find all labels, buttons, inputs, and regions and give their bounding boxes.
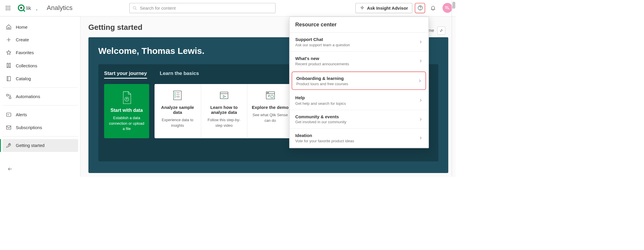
alert-icon: [6, 112, 12, 117]
resource-item-onboarding[interactable]: Onboarding & learning Product tours and …: [292, 72, 426, 90]
mail-icon: [6, 124, 12, 130]
resource-item-community[interactable]: Community & events Get involved in our c…: [290, 110, 429, 129]
star-icon: [6, 50, 12, 56]
svg-rect-5: [10, 8, 11, 8]
card-title: Start with data: [108, 108, 145, 113]
app-launcher-button[interactable]: [4, 3, 13, 13]
resource-item-support-chat[interactable]: Support Chat Ask our support team a ques…: [290, 33, 429, 52]
svg-rect-6: [6, 9, 7, 10]
home-icon: [6, 24, 12, 30]
resource-item-subtitle: Get help and search for topics: [295, 101, 346, 105]
svg-rect-23: [9, 97, 11, 99]
qlik-logo: lik Analytics: [17, 4, 72, 12]
journey-tabs: Start your journey Learn the basics: [104, 71, 293, 79]
card-title: Learn how to analyze data: [205, 105, 243, 115]
svg-point-41: [267, 93, 267, 93]
card-start-with-data[interactable]: Start with data Establish a data connect…: [104, 84, 149, 138]
sidebar-item-automations[interactable]: Automations: [2, 90, 78, 103]
svg-rect-33: [175, 95, 176, 95]
svg-rect-3: [6, 8, 7, 8]
resource-item-title: What's new: [295, 56, 349, 61]
video-icon: [218, 90, 229, 101]
svg-rect-8: [10, 9, 11, 10]
sidebar-item-label: Subscriptions: [16, 125, 42, 130]
browser-icon: [265, 90, 276, 101]
svg-line-11: [23, 10, 25, 12]
svg-point-17: [420, 9, 420, 10]
sparkle-icon: [360, 6, 365, 10]
resource-item-subtitle: Get involved in our community: [295, 120, 347, 124]
card-explore-demo[interactable]: Explore the demo See what Qlik Sense can…: [247, 84, 293, 138]
svg-point-42: [268, 93, 269, 93]
svg-point-43: [271, 95, 273, 98]
chevron-right-icon: [419, 117, 423, 121]
svg-rect-7: [8, 9, 9, 10]
svg-rect-37: [220, 92, 228, 99]
top-bar: lik Analytics Ask Insight Advisor TL: [0, 0, 456, 16]
svg-rect-31: [175, 93, 176, 94]
sidebar-item-favorites[interactable]: Favorites: [2, 46, 78, 59]
sidebar-item-subscriptions[interactable]: Subscriptions: [2, 121, 78, 134]
collapse-sidebar-button[interactable]: [5, 165, 15, 174]
svg-rect-35: [175, 97, 176, 97]
help-button[interactable]: [415, 3, 425, 13]
svg-rect-2: [10, 6, 11, 7]
search-input[interactable]: [140, 6, 272, 11]
plus-icon: [6, 37, 12, 43]
list-icon: [172, 90, 183, 101]
grid-icon: [6, 5, 11, 11]
resource-item-subtitle: Product tours and free courses: [296, 82, 348, 86]
global-search[interactable]: [129, 3, 276, 13]
resource-center-popover: Resource center Support Chat Ask our sup…: [289, 16, 429, 148]
sidebar-item-alerts[interactable]: Alerts: [2, 108, 78, 121]
resource-item-title: Support Chat: [295, 37, 350, 42]
page-scrollbar[interactable]: [452, 0, 456, 177]
automation-icon: [6, 94, 12, 100]
resource-item-subtitle: Vote for your favorite product ideas: [295, 139, 354, 143]
svg-line-15: [135, 8, 136, 10]
sidebar: Home Create Favorites Collections Catalo…: [0, 16, 81, 177]
search-icon: [132, 6, 137, 10]
sidebar-item-home[interactable]: Home: [2, 20, 78, 33]
resource-item-help[interactable]: Help Get help and search for topics: [290, 91, 429, 110]
svg-point-14: [133, 6, 136, 9]
resource-item-title: Ideation: [295, 133, 354, 138]
tab-learn-basics[interactable]: Learn the basics: [160, 71, 199, 79]
tab-start-journey[interactable]: Start your journey: [104, 71, 147, 79]
user-avatar[interactable]: TL: [442, 3, 452, 13]
resource-item-whats-new[interactable]: What's new Recent product announcements: [290, 52, 429, 71]
svg-point-13: [36, 10, 37, 11]
popover-title: Resource center: [290, 17, 429, 33]
sidebar-item-label: Collections: [16, 63, 37, 68]
sidebar-item-collections[interactable]: Collections: [2, 59, 78, 72]
svg-point-10: [20, 7, 22, 9]
notifications-button[interactable]: [428, 3, 438, 13]
product-name: Analytics: [47, 4, 72, 12]
resource-item-subtitle: Ask our support team a question: [295, 43, 350, 47]
collapse-hero-button[interactable]: [437, 26, 445, 35]
ask-insight-advisor-button[interactable]: Ask Insight Advisor: [355, 3, 412, 13]
rocket-icon: [6, 143, 12, 148]
help-icon: [417, 5, 423, 11]
resource-item-subtitle: Recent product announcements: [295, 62, 349, 66]
card-subtitle: See what Qlik Sense can do: [251, 113, 290, 123]
resource-item-ideation[interactable]: Ideation Vote for your favorite product …: [290, 129, 429, 148]
chevron-right-icon: [419, 136, 423, 140]
book-icon: [6, 76, 12, 81]
card-subtitle: Experience data to insights: [158, 118, 197, 128]
sidebar-item-create[interactable]: Create: [2, 33, 78, 46]
sidebar-item-catalog[interactable]: Catalog: [2, 72, 78, 85]
sidebar-item-getting-started[interactable]: Getting started: [2, 139, 78, 152]
sidebar-item-label: Catalog: [16, 76, 31, 81]
compress-icon: [439, 28, 443, 32]
card-subtitle: Establish a data connection or upload a …: [108, 116, 145, 132]
sidebar-item-label: Favorites: [16, 50, 34, 55]
ask-button-label: Ask Insight Advisor: [367, 6, 408, 11]
svg-text:lik: lik: [26, 5, 31, 11]
resource-item-title: Community & events: [295, 114, 347, 119]
sidebar-item-label: Home: [16, 25, 27, 30]
scroll-thumb[interactable]: [453, 2, 456, 9]
card-analyze-sample[interactable]: Analyze sample data Experience data to i…: [155, 84, 201, 138]
sidebar-item-label: Alerts: [16, 112, 27, 117]
card-learn-analyze[interactable]: Learn how to analyze data Follow this st…: [201, 84, 247, 138]
